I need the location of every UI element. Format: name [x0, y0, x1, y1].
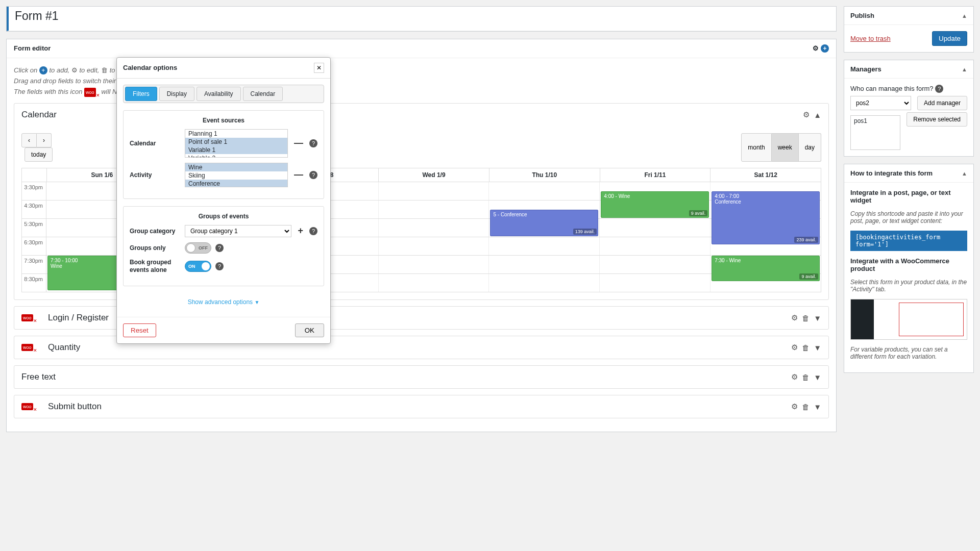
help-icon[interactable]: ?	[215, 244, 224, 252]
move-to-trash-link[interactable]: Move to trash	[850, 35, 891, 42]
publish-box: Publish▲ Move to trash Update	[844, 6, 974, 53]
cal-today-button[interactable]: today	[24, 147, 53, 162]
field-delete-icon[interactable]: 🗑	[802, 373, 810, 382]
page-title: Form #1	[7, 7, 836, 31]
woo-icon: woo	[21, 344, 33, 351]
tab-availability[interactable]: Availability	[197, 87, 240, 101]
tab-display[interactable]: Display	[159, 87, 194, 101]
field-collapse-icon[interactable]: ▼	[814, 343, 821, 352]
cal-day-button[interactable]: day	[799, 133, 821, 162]
field-delete-icon[interactable]: 🗑	[802, 343, 810, 352]
tab-filters[interactable]: Filters	[125, 87, 157, 101]
help-icon[interactable]: ?	[309, 139, 317, 147]
integrate-box: How to integrate this form▲ Integrate in…	[844, 164, 974, 373]
field-collapse-icon[interactable]: ▼	[814, 373, 821, 382]
dialog-title: Calendar options	[123, 64, 177, 71]
show-advanced-link[interactable]: Show advanced options ▼	[123, 293, 324, 311]
field-collapse-icon[interactable]: ▼	[814, 403, 821, 411]
help-icon[interactable]: ?	[309, 227, 317, 235]
field-settings-icon[interactable]: ⚙	[791, 313, 798, 322]
groups-only-label: Groups only	[130, 244, 181, 252]
integrate-heading-2: Integrate with a WooCommerce product	[850, 257, 967, 272]
field-settings-icon[interactable]: ⚙	[791, 343, 798, 352]
woo-icon: woo	[84, 88, 96, 97]
integrate-text-3: For variable products, you can set a dif…	[850, 346, 967, 360]
product-data-thumbnail	[850, 299, 967, 340]
integrate-title: How to integrate this form	[850, 169, 933, 177]
activity-multiselect[interactable]: Wine Skiing Conference	[185, 163, 288, 187]
help-icon[interactable]: ?	[935, 85, 943, 93]
woo-icon: woo	[21, 403, 33, 410]
book-grouped-toggle[interactable]: ON	[185, 261, 211, 272]
dialog-tabs: Filters Display Availability Calendar	[123, 85, 324, 103]
calendar-remove-button[interactable]: —	[292, 138, 305, 148]
field-collapse-icon[interactable]: ▲	[814, 111, 821, 119]
add-field-icon[interactable]: +	[821, 44, 829, 53]
editor-settings-icon[interactable]: ⚙	[813, 44, 819, 52]
ok-button[interactable]: OK	[295, 323, 324, 337]
calendar-select-label: Calendar	[130, 140, 181, 147]
managers-label: Who can manage this form?	[850, 85, 934, 92]
integrate-text-1: Copy this shortcode and paste it into yo…	[850, 210, 967, 224]
group-category-select[interactable]: Group category 1	[185, 225, 291, 237]
calendar-options-dialog: Calendar options ✕ Filters Display Avail…	[116, 57, 331, 344]
update-button[interactable]: Update	[932, 31, 967, 46]
managers-box: Managers▲ Who can manage this form? ? po…	[844, 60, 974, 157]
plus-icon: +	[39, 66, 47, 74]
field-calendar-title: Calendar	[21, 110, 57, 120]
field-freetext[interactable]: Free text⚙🗑▼	[14, 365, 829, 389]
add-manager-button[interactable]: Add manager	[917, 96, 967, 110]
integrate-heading-1: Integrate in a post, page, or text widge…	[850, 189, 967, 204]
dialog-close-button[interactable]: ✕	[314, 63, 324, 73]
field-submit[interactable]: woo Submit button⚙🗑▼	[14, 395, 829, 418]
field-delete-icon[interactable]: 🗑	[802, 403, 810, 411]
cal-prev-button[interactable]: ‹	[21, 133, 37, 147]
remove-manager-button[interactable]: Remove selected	[906, 112, 967, 127]
managers-listbox[interactable]: pos1	[850, 115, 900, 150]
collapse-icon[interactable]: ▲	[962, 170, 967, 177]
gear-icon: ⚙	[71, 66, 78, 74]
field-settings-icon[interactable]: ⚙	[791, 402, 798, 411]
field-collapse-icon[interactable]: ▼	[814, 314, 821, 322]
trash-icon: 🗑	[101, 66, 108, 74]
activity-select-label: Activity	[130, 171, 181, 179]
cal-week-button[interactable]: week	[772, 133, 799, 162]
group-category-label: Group category	[130, 228, 181, 235]
collapse-icon[interactable]: ▲	[962, 66, 967, 72]
activity-remove-button[interactable]: —	[292, 169, 305, 180]
cal-month-button[interactable]: month	[741, 133, 771, 162]
event-sources-heading: Event sources	[130, 117, 317, 124]
help-icon[interactable]: ?	[309, 171, 317, 179]
manager-select[interactable]: pos2	[850, 96, 911, 110]
cal-next-button[interactable]: ›	[37, 133, 52, 147]
field-settings-icon[interactable]: ⚙	[791, 372, 798, 382]
woo-icon: woo	[21, 314, 33, 321]
managers-title: Managers	[850, 65, 881, 73]
groups-heading: Groups of events	[130, 213, 317, 220]
field-delete-icon[interactable]: 🗑	[802, 314, 810, 322]
collapse-icon[interactable]: ▲	[962, 13, 967, 19]
shortcode[interactable]: [bookingactivities_form form='1']	[850, 231, 967, 251]
groups-only-toggle[interactable]: OFF	[185, 242, 211, 254]
publish-title: Publish	[850, 12, 874, 19]
form-editor-panel: Form editor ⚙ + Click on + to add, ⚙ to …	[6, 39, 837, 433]
field-settings-icon[interactable]: ⚙	[803, 110, 810, 119]
help-icon[interactable]: ?	[215, 262, 224, 270]
tab-calendar[interactable]: Calendar	[243, 87, 283, 101]
reset-button[interactable]: Reset	[123, 323, 156, 337]
calendar-multiselect[interactable]: Planning 1 Point of sale 1 Variable 1 Va…	[185, 129, 288, 158]
panel-title: Form editor	[14, 44, 51, 52]
integrate-text-2: Select this form in your product data, i…	[850, 279, 967, 293]
group-add-button[interactable]: +	[296, 226, 305, 236]
book-grouped-label: Book grouped events alone	[130, 259, 181, 274]
